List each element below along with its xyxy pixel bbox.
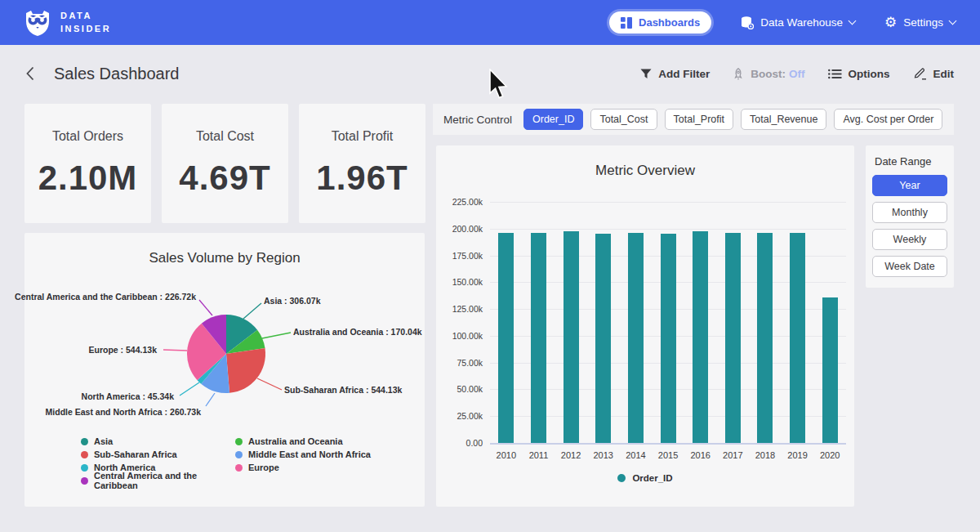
pie-leader-line (243, 303, 261, 319)
bar-chart-title: Metric Overview (436, 163, 854, 179)
bar-2010[interactable] (498, 233, 514, 443)
pie-legend: AsiaSub-Saharan AfricaNorth AmericaCentr… (81, 435, 371, 487)
pie-label-europe: Europe : 544.13k (89, 345, 157, 355)
date-range-button-week-date[interactable]: Week Date (872, 256, 947, 277)
brand-text: DATA INSIDER (60, 10, 111, 36)
legend-dot (81, 438, 88, 445)
x-axis-label: 2020 (813, 450, 846, 460)
chevron-down-icon (849, 17, 857, 25)
y-axis-tick: 225.00k (452, 197, 483, 207)
nav-settings-label: Settings (903, 16, 943, 29)
x-axis-label: 2010 (490, 450, 523, 460)
pencil-icon (913, 67, 927, 80)
brand-logo: DATA INSIDER (23, 8, 111, 38)
nav-settings-menu[interactable]: ⚙ Settings (884, 16, 956, 29)
metric-control-bar: Metric Control Order_IDTotal_CostTotal_P… (433, 104, 954, 135)
legend-dot (235, 438, 243, 445)
kpi-card-total-orders: Total Orders 2.10M (24, 104, 151, 223)
pie-label-sub-saharan-africa: Sub-Saharan Africa : 544.13k (284, 385, 402, 395)
top-navbar: DATA INSIDER Dashboards Data Warehouse (0, 0, 980, 45)
legend-label: Order_ID (632, 473, 672, 483)
legend-dot (81, 477, 88, 485)
options-button[interactable]: Options (828, 68, 890, 80)
chevron-down-icon (949, 17, 957, 25)
kpi-value: 2.10M (38, 159, 138, 198)
x-axis-label: 2017 (716, 450, 749, 460)
database-icon (741, 16, 754, 29)
legend-dot (81, 464, 88, 472)
bar-2017[interactable] (725, 233, 741, 443)
legend-label: Middle East and North Africa (248, 449, 371, 459)
boost-label: Boost: (751, 68, 786, 80)
metric-button-total-profit[interactable]: Total_Profit (665, 109, 734, 130)
rocket-icon (733, 68, 744, 80)
legend-dot (81, 451, 88, 458)
nav-data-warehouse-menu[interactable]: Data Warehouse (741, 16, 855, 29)
pie-legend-item-asia: Asia (81, 435, 235, 448)
metric-button-avg-cost-per-order[interactable]: Avg. Cost per Order (834, 109, 942, 130)
nav-dashboards-label: Dashboards (639, 16, 700, 29)
x-axis-label: 2011 (523, 450, 555, 460)
legend-label: Asia (94, 436, 113, 446)
legend-dot (235, 464, 243, 472)
kpi-card-total-cost: Total Cost 4.69T (162, 104, 288, 223)
pie-legend-item-europe: Europe (235, 461, 371, 474)
y-axis-tick: 125.00k (452, 304, 483, 314)
bar-2013[interactable] (595, 234, 611, 443)
legend-label: Central America and the Caribbean (94, 471, 235, 490)
bar-2011[interactable] (531, 233, 546, 443)
bar-2012[interactable] (564, 231, 579, 443)
y-axis-tick: 200.00k (452, 224, 483, 234)
date-range-button-monthly[interactable]: Monthly (872, 202, 947, 223)
date-range-button-weekly[interactable]: Weekly (872, 229, 947, 250)
x-axis-label: 2015 (652, 450, 684, 460)
metric-button-order-id[interactable]: Order_ID (523, 109, 583, 130)
edit-button[interactable]: Edit (913, 67, 955, 80)
x-axis-label: 2014 (620, 450, 653, 460)
pie-label-australia-and-oceania: Australia and Oceania : 170.04k (293, 327, 422, 337)
y-axis-tick: 25.00k (457, 411, 483, 421)
nav-data-warehouse-label: Data Warehouse (760, 16, 843, 29)
bar-plot: 225.00k200.00k175.00k150.00k125.00k100.0… (490, 202, 846, 445)
nav-dashboards-button[interactable]: Dashboards (609, 11, 711, 34)
add-filter-button[interactable]: Add Filter (640, 68, 710, 80)
pie-slice-sub-saharan-africa[interactable] (226, 348, 265, 393)
pie-leader-line (180, 382, 199, 396)
bar-2020[interactable] (822, 297, 838, 443)
options-list-icon (828, 69, 842, 79)
bar-chart-card: Metric Overview 225.00k200.00k175.00k150… (436, 145, 854, 507)
kpi-title: Total Cost (196, 129, 254, 144)
filter-icon (640, 69, 652, 79)
gear-icon: ⚙ (884, 16, 897, 29)
bar-xaxis-labels: 2010201120122013201420152016201720182019… (490, 450, 846, 460)
add-filter-label: Add Filter (658, 68, 710, 80)
kpi-value: 1.96T (316, 159, 408, 198)
metric-control-label: Metric Control (443, 114, 512, 126)
boost-toggle[interactable]: Boost:Off (733, 68, 804, 80)
legend-label: Europe (248, 463, 279, 472)
metric-button-total-cost[interactable]: Total_Cost (590, 109, 657, 130)
back-button[interactable] (26, 66, 34, 81)
x-axis-label: 2013 (587, 450, 620, 460)
kpi-title: Total Profit (332, 129, 394, 144)
date-range-button-year[interactable]: Year (872, 175, 947, 196)
pie-legend-item-sub-saharan-africa: Sub-Saharan Africa (81, 448, 235, 461)
bar-2018[interactable] (757, 233, 773, 443)
legend-dot (235, 451, 243, 458)
page-header: Sales Dashboard Add Filter Boost:Off Opt… (0, 45, 980, 102)
bar-2014[interactable] (628, 233, 644, 443)
bar-2015[interactable] (661, 234, 676, 443)
legend-dot (617, 474, 626, 482)
options-label: Options (849, 68, 890, 80)
pie-leader-line (199, 300, 212, 315)
date-range-buttons: YearMonthlyWeeklyWeek Date (872, 175, 947, 277)
boost-value: Off (789, 68, 805, 80)
bar-2016[interactable] (693, 231, 708, 443)
metric-button-total-revenue[interactable]: Total_Revenue (741, 109, 826, 130)
kpi-value: 4.69T (179, 159, 270, 198)
date-range-card: Date Range YearMonthlyWeeklyWeek Date (866, 145, 954, 288)
pie-leader-line (206, 393, 215, 406)
x-axis-label: 2019 (782, 450, 814, 460)
owl-logo-icon (23, 8, 52, 38)
bar-2019[interactable] (790, 233, 805, 443)
